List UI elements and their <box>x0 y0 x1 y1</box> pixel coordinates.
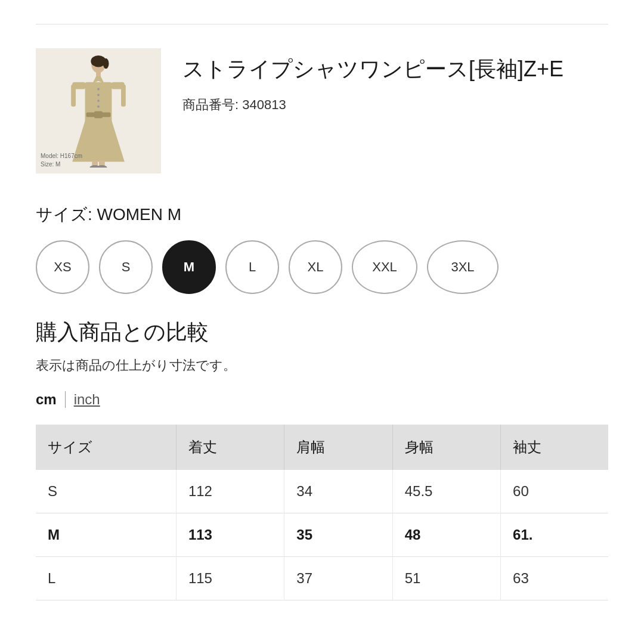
svg-point-15 <box>97 100 100 102</box>
comparison-description: 表示は商品の仕上がり寸法です。 <box>36 357 608 374</box>
cell-length-l: 115 <box>176 557 284 600</box>
size-btn-s[interactable]: S <box>99 240 153 294</box>
size-btn-xxl[interactable]: XXL <box>352 240 417 294</box>
product-title: ストライプシャツワンピース[長袖]Z+E <box>182 54 608 84</box>
svg-rect-10 <box>71 85 76 107</box>
svg-point-13 <box>97 88 100 91</box>
cell-width-m: 48 <box>392 513 500 557</box>
unit-inch-label[interactable]: inch <box>74 391 100 408</box>
col-header-width: 身幅 <box>392 425 500 470</box>
cell-size-m: M <box>36 513 176 557</box>
unit-toggle: cm inch <box>36 391 608 408</box>
svg-point-14 <box>97 94 100 96</box>
product-header: Model: H167cm Size: M ストライプシャツワンピース[長袖]Z… <box>36 48 608 174</box>
cell-shoulder-l: 37 <box>284 557 392 600</box>
size-label: サイズ: WOMEN M <box>36 203 608 226</box>
col-header-sleeve: 袖丈 <box>501 425 608 470</box>
cell-shoulder-m: 35 <box>284 513 392 557</box>
cell-width-l: 51 <box>392 557 500 600</box>
cell-sleeve-s: 60 <box>501 470 608 513</box>
comparison-section: 購入商品との比較 表示は商品の仕上がり寸法です。 cm inch サイズ 着丈 … <box>36 318 608 600</box>
cell-sleeve-l: 63 <box>501 557 608 600</box>
size-btn-xl[interactable]: XL <box>289 240 342 294</box>
svg-point-16 <box>97 106 100 108</box>
product-info: ストライプシャツワンピース[長袖]Z+E 商品番号: 340813 <box>182 48 608 114</box>
cell-size-l: L <box>36 557 176 600</box>
top-divider <box>36 24 608 24</box>
comparison-title: 購入商品との比較 <box>36 318 608 347</box>
svg-rect-3 <box>96 72 101 76</box>
product-number: 商品番号: 340813 <box>182 96 608 114</box>
size-table: サイズ 着丈 肩幅 身幅 袖丈 S 112 34 45.5 60 M 113 <box>36 425 608 600</box>
size-btn-3xl[interactable]: 3XL <box>427 240 499 294</box>
cell-width-s: 45.5 <box>392 470 500 513</box>
table-row: L 115 37 51 63 <box>36 557 608 600</box>
cell-size-s: S <box>36 470 176 513</box>
col-header-shoulder: 肩幅 <box>284 425 392 470</box>
unit-cm-label[interactable]: cm <box>36 391 57 408</box>
cell-shoulder-s: 34 <box>284 470 392 513</box>
svg-rect-12 <box>121 85 126 107</box>
svg-rect-8 <box>94 111 103 118</box>
model-info: Model: H167cm Size: M <box>41 152 82 169</box>
cell-sleeve-m: 61. <box>501 513 608 557</box>
table-row: S 112 34 45.5 60 <box>36 470 608 513</box>
size-btn-l[interactable]: L <box>225 240 279 294</box>
product-image: Model: H167cm Size: M <box>36 48 161 174</box>
table-row-highlighted: M 113 35 48 61. <box>36 513 608 557</box>
page-container: Model: H167cm Size: M ストライプシャツワンピース[長袖]Z… <box>0 0 644 644</box>
size-btn-m[interactable]: M <box>162 240 216 294</box>
size-buttons: XS S M L XL XXL 3XL <box>36 240 608 294</box>
svg-point-20 <box>97 165 107 168</box>
size-btn-xs[interactable]: XS <box>36 240 89 294</box>
cell-length-m: 113 <box>176 513 284 557</box>
size-section: サイズ: WOMEN M XS S M L XL XXL 3XL <box>36 203 608 294</box>
col-header-size: サイズ <box>36 425 176 470</box>
svg-point-2 <box>103 58 109 69</box>
table-header-row: サイズ 着丈 肩幅 身幅 袖丈 <box>36 425 608 470</box>
col-header-length: 着丈 <box>176 425 284 470</box>
unit-divider <box>65 391 66 408</box>
cell-length-s: 112 <box>176 470 284 513</box>
